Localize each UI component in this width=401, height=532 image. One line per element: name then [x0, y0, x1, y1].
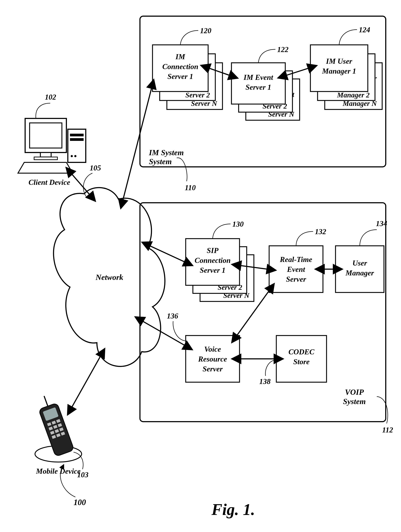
network-label: Network — [95, 273, 123, 282]
vrs-l2: Resource — [198, 355, 227, 363]
sip-l1: SIP — [207, 246, 218, 255]
im-user-mid-2: Manager 2 — [337, 91, 369, 99]
ref-134: 134 — [376, 219, 387, 228]
codec-l2: Store — [293, 358, 310, 366]
ref-leader-130 — [213, 224, 230, 239]
im-user-l1: IM User — [326, 57, 352, 65]
vrs-l3: Server — [203, 365, 223, 373]
ref-leader-120 — [180, 31, 198, 45]
svg-line-32 — [44, 396, 48, 406]
ref-103: 103 — [77, 471, 89, 479]
ref-110: 110 — [185, 184, 196, 192]
arrow-network-vrs — [143, 321, 185, 345]
client-device-label: Client Device — [29, 178, 70, 186]
im-conn-l3: Server 1 — [167, 72, 193, 81]
ref-leader-134 — [360, 230, 377, 246]
ref-leader-110 — [177, 158, 187, 181]
ref-leader-124 — [339, 30, 357, 45]
arrow-mobile-network — [72, 356, 101, 407]
im-event-server-stack: ent Server N IM Event Server 2 IM Event … — [231, 63, 300, 120]
im-event-l2: Server 1 — [245, 83, 271, 91]
mobile-device-label: Mobile Device — [36, 467, 81, 475]
im-user-l2: Manager 1 — [322, 67, 356, 75]
im-system-label-line1: IM System — [149, 148, 184, 157]
ref-105: 105 — [90, 164, 101, 172]
sip-l2: Connection — [195, 256, 231, 265]
client-device: Client Device 102 — [18, 93, 86, 186]
ref-102: 102 — [45, 93, 56, 101]
svg-point-18 — [74, 155, 76, 157]
voip-system: VOIP System 112 Server N Server 2 SIP Co… — [140, 203, 393, 434]
svg-rect-15 — [70, 134, 84, 136]
svg-point-17 — [71, 155, 73, 157]
figure-1-diagram: IM System System 110 Connection Server N… — [0, 0, 401, 532]
im-conn-l2: Connection — [162, 63, 198, 71]
svg-rect-16 — [70, 138, 84, 141]
ref-100: 100 — [74, 498, 86, 507]
figure-caption: Fig. 1. — [211, 500, 255, 518]
arrow-network-sip — [150, 246, 185, 262]
codec-l1: CODEC — [288, 348, 315, 356]
ref-leader-138 — [265, 360, 276, 376]
keyboard-icon — [18, 162, 73, 173]
svg-rect-12 — [30, 123, 62, 148]
voip-um-l1: User — [352, 259, 367, 267]
arrow-network-imconn — [123, 88, 152, 200]
svg-rect-13 — [40, 152, 51, 157]
ref-112: 112 — [382, 426, 393, 434]
im-conn-l1: IM — [175, 53, 185, 61]
ref-122: 122 — [277, 45, 288, 54]
ref-120: 120 — [200, 26, 211, 35]
ref-leader-102 — [36, 103, 50, 118]
rte-l1: Real-Time — [280, 255, 312, 264]
im-system: IM System System 110 Connection Server N… — [140, 16, 386, 192]
ref-136: 136 — [167, 312, 178, 320]
im-event-l1: IM Event — [243, 73, 274, 82]
voip-system-label-line2: System — [343, 397, 366, 406]
sip-l3: Server 1 — [200, 266, 225, 274]
ref-leader-136 — [173, 321, 186, 341]
voip-system-label-line1: VOIP — [345, 388, 364, 397]
network-cloud: Network 105 — [53, 164, 165, 366]
mobile-device: Mobile Device 103 — [35, 393, 89, 479]
rte-l2: Event — [287, 265, 305, 273]
im-user-manager-stack: I User Manager N Manager 2 IM User Manag… — [310, 45, 382, 109]
rte-l3: Server — [286, 275, 306, 283]
ref-132: 132 — [315, 228, 326, 236]
svg-rect-14 — [34, 157, 57, 160]
voip-um-l2: Manager — [345, 269, 374, 277]
im-system-label-line2: System — [149, 157, 172, 166]
vrs-l1: Voice — [204, 345, 221, 353]
ref-leader-122 — [258, 49, 275, 63]
im-conn-mid-2: Server 2 — [185, 91, 210, 99]
im-connection-server-stack: Connection Server N Server 2 IM Connecti… — [153, 45, 223, 109]
sip-connection-server-stack: Server N Server 2 SIP Connection Server … — [186, 239, 254, 301]
ref-130: 130 — [232, 220, 244, 228]
ref-138: 138 — [259, 377, 271, 386]
ref-124: 124 — [359, 26, 370, 34]
ref-leader-132 — [296, 231, 313, 246]
